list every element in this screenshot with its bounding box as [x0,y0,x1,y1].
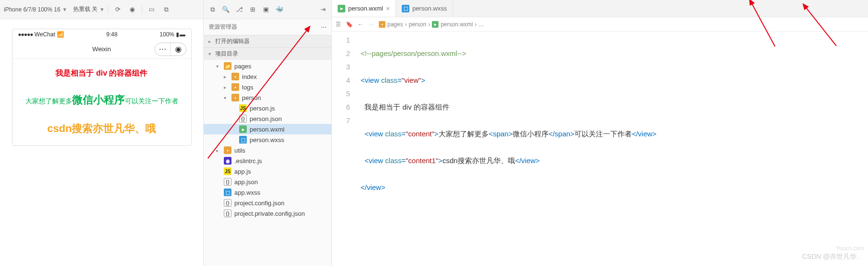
box-icon[interactable]: ▣ [260,4,272,15]
file-eslint[interactable]: ◉.eslintrc.js [204,155,331,166]
carrier-label: WeChat [34,31,55,38]
folder-logs[interactable]: ▸▪logs [204,82,331,92]
preview-line1: 我是相当于 div 的容器组件 [18,68,186,78]
wifi-icon: 📶 [57,31,64,38]
ext-icon[interactable]: ⊞ [247,4,258,15]
device-select[interactable]: iPhone 6/7/8 100% 16 [4,6,60,13]
capsule: ⋯ ◉ [154,43,187,56]
explorer-title: 资源管理器 [209,23,237,31]
mid-toolbar: ⧉ 🔍 ⎇ ⊞ ▣ 🐳 ⇥ [204,0,331,19]
file-app-js[interactable]: JSapp.js [204,166,331,177]
file-person-wxss[interactable]: ⬚person.wxss [204,134,331,145]
stop-icon[interactable]: ◉ [126,4,138,15]
battery-icon: ▮▬ [176,31,185,38]
hot-reload-toggle[interactable]: 热重载 关 [73,5,98,13]
file-person-js[interactable]: JSperson.js [204,103,331,113]
refresh-icon[interactable]: ⟳ [112,4,123,15]
code-editor[interactable]: 1234567 <!--pages/person/person.wxml--> … [332,32,868,266]
target-icon[interactable]: ◉ [171,43,186,55]
folder-index[interactable]: ▸▪index [204,71,331,82]
file-app-wxss[interactable]: ⬚app.wxss [204,187,331,198]
file-person-json[interactable]: {}person.json [204,113,331,124]
file-app-json[interactable]: {}app.json [204,177,331,187]
folder-utils[interactable]: ▸▪utils [204,145,331,155]
preview-line3: csdn搜索亦世凡华、哦 [18,122,186,136]
file-proj-private[interactable]: {}project.private.config.json [204,208,331,219]
line-numbers: 1234567 [332,32,356,266]
file-proj-config[interactable]: {}project.config.json [204,198,331,208]
time-label: 9:48 [106,31,117,38]
file-person-wxml[interactable]: ▸person.wxml [204,124,331,134]
battery-label: 100% [160,31,175,38]
signal-icon: ●●●●● [18,31,33,38]
folder-person[interactable]: ▾▪person [204,92,331,103]
more-icon[interactable]: ⋯ [321,24,327,31]
watermark: Yuucn.com [836,245,864,252]
watermark: CSDN @亦世凡华、 [802,253,863,261]
bookmark-icon[interactable]: 🔖 [346,21,353,28]
folder-pages[interactable]: ▾📁pages [204,61,331,71]
device-icon[interactable]: ▭ [146,4,157,15]
copy-icon[interactable]: ⧉ [207,4,218,15]
rotate-icon[interactable]: ⧉ [160,4,172,15]
sim-toolbar: iPhone 6/7/8 100% 16▾ 热重载 关▾ ⟳ ◉ ▭ ⧉ [0,0,203,19]
close-icon[interactable]: × [386,5,390,12]
breadcrumb[interactable]: ▪pages › person › ▸person.wxml › ... [379,21,483,28]
preview-line2: 大家想了解更多微信小程序可以关注一下作者 [18,93,186,107]
open-editors-section[interactable]: ▸打开的编辑器 [204,35,331,47]
list-icon[interactable]: ☰ [336,21,341,28]
page-title: Weixin [92,45,111,53]
branch-icon[interactable]: ⎇ [233,4,245,15]
menu-icon[interactable]: ⋯ [155,43,170,55]
back-icon[interactable]: ← [358,21,363,28]
forward-icon[interactable]: → [368,21,374,28]
simulator: ●●●●● WeChat📶 9:48 100%▮▬ Weixin ⋯ ◉ 我是相… [12,29,192,146]
editor-tabs: ▸person.wxml× ⬚person.wxss [332,0,868,17]
project-dir-section[interactable]: ▾项目目录 [204,47,331,60]
tab-person-wxss[interactable]: ⬚person.wxss [396,0,453,17]
docker-icon[interactable]: 🐳 [274,4,285,15]
search-icon[interactable]: 🔍 [220,4,231,15]
tab-person-wxml[interactable]: ▸person.wxml× [332,0,396,17]
collapse-icon[interactable]: ⇥ [317,4,329,15]
